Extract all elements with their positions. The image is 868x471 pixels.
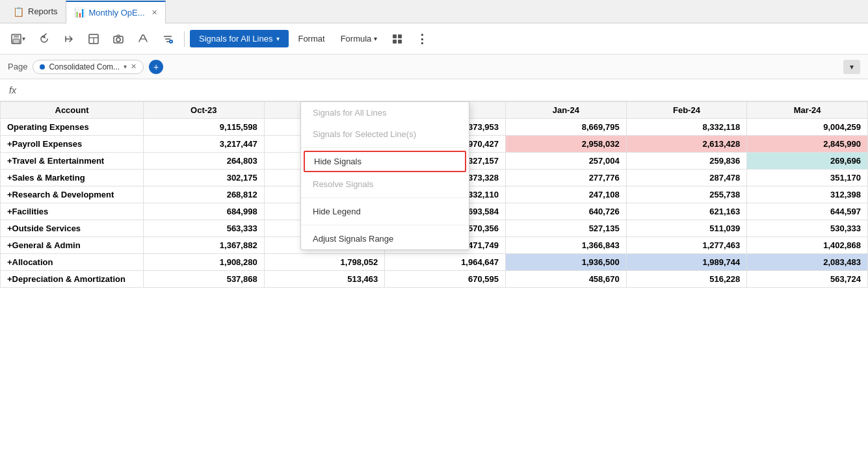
menu-item-signals-all[interactable]: Signals for All Lines [301, 102, 469, 123]
table-cell: +Facilities [1, 203, 144, 220]
page-dropdown-icon: ▾ [850, 62, 854, 71]
dropdown-divider-1 [301, 147, 469, 148]
tab-reports[interactable]: 📋 Reports [5, 0, 66, 23]
tab-close-btn[interactable]: ✕ [151, 8, 157, 17]
tab-monthly-label: Monthly OpE... [89, 8, 145, 18]
formula-bar: fx [0, 79, 868, 101]
table-cell: +Allocation [1, 254, 144, 271]
page-close-btn[interactable]: ✕ [131, 62, 137, 71]
toolbar: ▾ Signals for All Lines ▾ Format Formula… [0, 23, 868, 55]
toolbar-sep-1 [184, 31, 185, 47]
table-cell: 1,936,500 [505, 254, 626, 271]
col-header-mar24: Mar-24 [747, 102, 868, 119]
col-header-account: Account [1, 102, 144, 119]
table-cell: 1,989,744 [626, 254, 747, 271]
formula-input[interactable] [24, 85, 863, 95]
table-cell: 2,958,032 [505, 136, 626, 153]
table-cell: 511,039 [626, 220, 747, 237]
table-cell: 257,004 [505, 153, 626, 170]
paint-btn[interactable] [132, 31, 154, 47]
format-btn-label: Format [298, 34, 324, 44]
forward-btn[interactable] [58, 31, 80, 47]
table-cell: 8,332,118 [626, 119, 747, 136]
table-cell: Operating Expenses [1, 119, 144, 136]
table-cell: 277,776 [505, 170, 626, 186]
svg-rect-2 [13, 39, 20, 44]
table-btn[interactable] [83, 31, 105, 47]
more-icon: ⋮ [416, 32, 428, 46]
table-cell: 1,964,647 [385, 254, 506, 271]
table-cell: 302,175 [144, 170, 265, 186]
menu-item-hide-legend[interactable]: Hide Legend [301, 201, 469, 222]
col-header-jan24: Jan-24 [505, 102, 626, 119]
page-add-btn[interactable]: + [149, 60, 163, 74]
table-cell: 312,398 [747, 186, 868, 203]
table-cell: 259,836 [626, 153, 747, 170]
table-cell: +General & Admin [1, 237, 144, 254]
table-cell: 1,798,052 [264, 254, 385, 271]
formula-btn[interactable]: Formula ▾ [334, 30, 384, 47]
menu-item-adjust-signals[interactable]: Adjust Signals Range [301, 228, 469, 249]
table-cell: 247,108 [505, 186, 626, 203]
tab-reports-label: Reports [28, 6, 58, 16]
table-cell: +Sales & Marketing [1, 170, 144, 186]
table-cell: 1,367,882 [144, 237, 265, 254]
table-cell: +Research & Development [1, 186, 144, 203]
main-content: Account Oct-23 Dec-23 Jan-24 Feb-24 Mar-… [0, 101, 868, 471]
col-header-oct23: Oct-23 [144, 102, 265, 119]
table-cell: 3,217,447 [144, 136, 265, 153]
table-cell: 2,613,428 [626, 136, 747, 153]
page-label: Page [8, 62, 27, 71]
table-cell: +Outside Services [1, 220, 144, 237]
menu-item-hide-signals[interactable]: Hide Signals [304, 151, 466, 172]
table-cell: 8,669,795 [505, 119, 626, 136]
format-btn[interactable]: Format [291, 30, 331, 47]
svg-point-8 [116, 38, 120, 42]
dropdown-divider-3 [301, 225, 469, 225]
dropdown-divider-2 [301, 197, 469, 198]
table-cell: 2,845,990 [747, 136, 868, 153]
signals-btn-label: Signals for All Lines [199, 34, 272, 44]
page-name: Consolidated Com... [49, 62, 120, 71]
table-cell: 9,115,598 [144, 119, 265, 136]
table-cell: 268,812 [144, 186, 265, 203]
table-cell: 640,726 [505, 203, 626, 220]
formula-btn-label: Formula [341, 34, 372, 44]
table-cell: 1,908,280 [144, 254, 265, 271]
filter-btn[interactable] [157, 31, 179, 47]
refresh-btn[interactable] [33, 31, 55, 47]
table-cell: 1,402,868 [747, 237, 868, 254]
menu-item-signals-selected[interactable]: Signals for Selected Line(s) [301, 123, 469, 145]
svg-rect-17 [398, 34, 402, 38]
table-cell: 621,163 [626, 203, 747, 220]
reports-icon: 📋 [13, 6, 24, 17]
grid-btn[interactable] [386, 31, 408, 47]
tab-monthly[interactable]: 📊 Monthly OpE... ✕ [66, 1, 166, 23]
page-bar: Page Consolidated Com... ▾ ✕ + ▾ [0, 55, 868, 79]
table-cell: 563,724 [747, 271, 868, 288]
col-header-feb24: Feb-24 [626, 102, 747, 119]
table-cell: +Payroll Expenses [1, 136, 144, 153]
svg-rect-19 [398, 40, 402, 44]
table-cell: 644,597 [747, 203, 868, 220]
table-cell: 1,277,463 [626, 237, 747, 254]
menu-item-resolve-signals[interactable]: Resolve Signals [301, 173, 469, 195]
signals-chevron-icon: ▾ [276, 35, 280, 42]
svg-rect-16 [393, 34, 397, 38]
camera-btn[interactable] [107, 31, 129, 47]
table-cell: 684,998 [144, 203, 265, 220]
more-btn[interactable]: ⋮ [411, 29, 434, 49]
svg-rect-18 [393, 40, 397, 44]
page-tag[interactable]: Consolidated Com... ▾ ✕ [33, 60, 144, 74]
table-cell: +Travel & Entertainment [1, 153, 144, 170]
signals-btn[interactable]: Signals for All Lines ▾ [190, 30, 289, 47]
table-cell: 351,170 [747, 170, 868, 186]
tab-bar: 📋 Reports 📊 Monthly OpE... ✕ [0, 0, 868, 23]
table-cell: 670,595 [385, 271, 506, 288]
page-dropdown-btn[interactable]: ▾ [843, 60, 860, 74]
table-cell: 530,333 [747, 220, 868, 237]
page-dot [40, 64, 45, 70]
table-cell: +Depreciation & Amortization [1, 271, 144, 288]
save-btn[interactable]: ▾ [5, 31, 31, 47]
table-cell: 269,696 [747, 153, 868, 170]
